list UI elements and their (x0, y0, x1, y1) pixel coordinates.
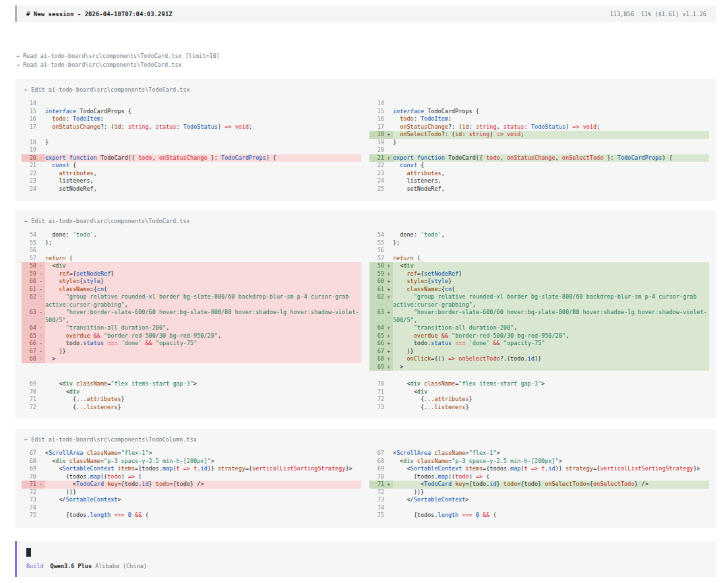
code-segment: , (149, 123, 156, 130)
diff-row: 24 setNodeRef, (22, 185, 361, 193)
diff-sign (36, 115, 45, 123)
code-segment: ={ (69, 270, 76, 277)
line-number: 74 (369, 504, 384, 512)
code-segment: TodoCardProps (221, 154, 266, 161)
code-segment: export (393, 154, 414, 161)
diff-row: 16 todo: TodoItem; (22, 115, 361, 123)
diff-sign: - (36, 348, 45, 356)
diff-row: 56 (369, 247, 709, 255)
code-segment: } (448, 278, 452, 284)
line-number: 68 (22, 355, 36, 363)
code-segment: ...listeners (424, 404, 465, 410)
diff-row-added: 500/5", (369, 317, 709, 325)
diff-row-deleted: 71- <TodoCard key={todo.id} todo={todo} … (22, 481, 361, 489)
code-segment: TodoCardProps { (424, 108, 479, 115)
line-number: 20 (369, 146, 384, 154)
code-segment: < (393, 465, 411, 472)
code-segment: ) { (662, 154, 672, 161)
code-segment: } (100, 278, 104, 284)
diff-sign: - (36, 270, 45, 278)
line-number: 24 (22, 185, 36, 193)
code-line: <div className="p-3 space-y-2.5 min-h-[2… (393, 458, 709, 466)
code-segment: ))} (45, 489, 76, 495)
line-number: 72 (369, 396, 384, 404)
code-line: onSelectTodo?: (id: string) => void; (393, 131, 709, 139)
line-number: 74 (22, 504, 36, 512)
code-segment (45, 170, 59, 177)
code-segment: ={ (593, 465, 600, 472)
line-number: 71 (22, 481, 36, 489)
code-segment: setNodeRef, (45, 185, 97, 192)
code-segment: ( (104, 286, 107, 293)
diff-sign: + (384, 309, 393, 317)
diff-right-column: 14 15 interface TodoCardProps {16 todo: … (369, 100, 709, 193)
diff-row: 71 <div (369, 388, 709, 396)
diff-row: 16 todo: TodoItem; (369, 115, 709, 123)
diff-sign (36, 177, 45, 185)
code-segment: ={todos. (135, 465, 162, 472)
diff-right-column: 67 <ScrollArea className="flex-1">68 <di… (369, 450, 709, 520)
code-segment: ScrollArea (396, 450, 431, 456)
code-segment: interface (393, 108, 424, 115)
diff-row: 57 return ( (369, 255, 709, 263)
code-segment: style (431, 278, 448, 284)
line-number: 69 (369, 363, 384, 371)
diff-sign (36, 380, 45, 388)
code-segment: style (83, 278, 100, 284)
diff-sign (384, 504, 393, 512)
diff-sign (384, 231, 393, 239)
line-number: 73 (369, 496, 384, 504)
diff-row: 72 {...listeners} (22, 404, 361, 412)
code-line: style={style} (393, 278, 709, 286)
diff-row: 19 (22, 146, 361, 154)
cursor-block[interactable] (26, 548, 31, 557)
code-segment: ={todo. (466, 481, 490, 487)
diff-row: 71 {...attributes} (22, 396, 361, 404)
code-segment: > (149, 450, 152, 456)
code-segment: todo (400, 115, 413, 122)
code-line (45, 363, 361, 371)
code-line: return ( (393, 255, 709, 263)
code-segment: TodoCardProps { (76, 108, 131, 115)
code-segment: : (66, 115, 73, 122)
code-segment: ={() (431, 355, 448, 362)
diff-row-deleted: active:cursor-grabbing", (22, 301, 361, 309)
code-segment: : (524, 123, 531, 130)
code-segment: && (483, 512, 489, 518)
diff-sign (384, 496, 393, 504)
line-number: 60 (369, 278, 384, 286)
diff-row: 68 <div className="p-3 space-y-2.5 min-h… (22, 458, 361, 466)
diff-row-added: 63+ "hover:border-slate-600/60 hover:bg-… (369, 309, 709, 317)
diff-sign (36, 301, 45, 309)
code-line: 500/5", (45, 317, 361, 325)
code-line: ))} (45, 489, 361, 497)
code-segment: TodoStatus (183, 123, 218, 130)
diff-sign: - (36, 154, 45, 162)
code-segment: (( (100, 473, 107, 480)
code-line: )} (393, 348, 709, 356)
line-number: 73 (22, 496, 36, 504)
code-segment: setNodeRef (424, 270, 458, 277)
diff-sign (384, 450, 393, 458)
diff-row: 17 onStatusChange?: (id: string, status:… (369, 123, 709, 131)
code-segment: id (462, 123, 468, 130)
code-segment: } (465, 404, 468, 410)
diff-row-deleted: 65- overdue && "border-red-500/30 bg-red… (22, 332, 361, 340)
code-segment: > (497, 450, 500, 456)
code-segment: , (94, 170, 97, 177)
read-log-line: → Read ai-todo-board\src\components\Todo… (16, 52, 716, 61)
diff-sign (384, 317, 393, 325)
line-number: 70 (22, 388, 36, 396)
code-segment: }> (345, 465, 352, 472)
diff-row-added: 58+ <div (369, 262, 709, 270)
line-number: 58 (369, 262, 384, 270)
line-number: 71 (369, 481, 384, 489)
line-number: 17 (22, 123, 36, 131)
code-segment: </ (393, 496, 414, 503)
code-line: onStatusChange?: (id: string, status: To… (45, 123, 361, 131)
code-segment: map (438, 473, 448, 480)
code-segment: === (462, 512, 472, 518)
code-segment: ( (414, 255, 421, 262)
diff-sign: + (384, 278, 393, 286)
line-number: 59 (22, 270, 36, 278)
